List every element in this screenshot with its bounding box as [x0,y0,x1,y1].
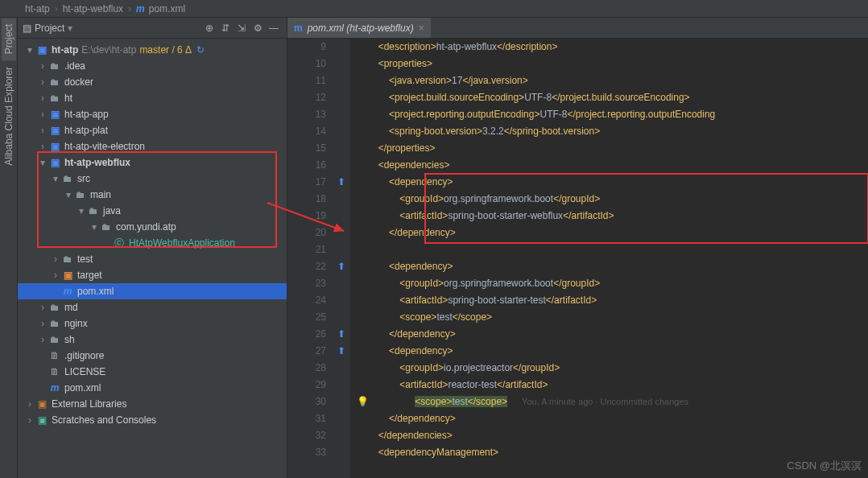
tree-item[interactable]: ▾🖿main [18,187,287,203]
tree-item[interactable]: ›🖿sh [18,332,287,348]
tree-item[interactable]: ›▣ht-atp-plat [18,122,287,138]
refresh-icon[interactable]: ↻ [196,44,205,56]
bc-3[interactable]: pom.xml [149,3,185,14]
gutter-icons: ⬆⬆⬆⬆ [333,39,350,478]
maven-icon: m [136,3,145,14]
tree-icon: 🗎 [48,349,61,362]
project-tree[interactable]: ▾▣ht-atpE:\dev\ht-atpmaster / 6 Δ↻›🖿.ide… [18,39,287,478]
tree-label: .gitignore [64,350,104,361]
expand-arrow-icon[interactable]: ▾ [76,205,87,216]
tree-label: sh [64,334,75,345]
tree-label: External Libraries [52,398,126,410]
chevron-icon: › [128,3,131,14]
tree-item[interactable]: ▾🖿src [18,171,287,187]
tree-label: docker [64,76,93,88]
expand-arrow-icon[interactable]: › [37,141,48,152]
tree-item[interactable]: ▾🖿com.yundi.atp [18,219,287,235]
tree-icon: 🖿 [48,60,61,72]
left-rail: Project Alibaba Cloud Explorer [0,18,18,478]
expand-arrow-icon[interactable]: › [37,93,48,104]
tree-item[interactable]: ▾▣ht-atp-webflux [18,155,287,171]
lightbulb-icon[interactable]: 💡 [357,396,369,407]
tree-label: com.yundi.atp [116,221,176,233]
expand-arrow-icon[interactable]: › [37,109,48,120]
expand-arrow-icon[interactable]: › [37,60,48,72]
tree-icon: 🖿 [61,172,74,185]
gutter-action-icon[interactable]: ⬆ [337,343,345,360]
target-icon[interactable]: ⊕ [201,20,217,36]
sidebar-title[interactable]: Project [35,23,64,34]
expand-arrow-icon[interactable]: › [24,398,35,410]
expand-arrow-icon[interactable]: › [37,334,48,345]
expand-arrow-icon[interactable]: › [37,125,48,136]
tree-item[interactable]: ›🖿ht [18,90,287,106]
expand-arrow-icon[interactable]: › [24,414,35,426]
expand-arrow-icon[interactable]: ▾ [37,157,48,168]
code-editor[interactable]: 9101112131415161718192021222324252627282… [287,39,868,478]
project-sidebar: ▤ Project ▾ ⊕ ⇵ ⇲ ⚙ — ▾▣ht-atpE:\dev\ht-… [18,18,287,478]
expand-arrow-icon[interactable]: ▾ [89,221,100,233]
gutter-action-icon[interactable]: ⬆ [337,174,345,191]
editor-tab[interactable]: m pom.xml (ht-atp-webflux) × [287,18,431,38]
maven-icon: m [294,23,303,34]
tree-label: ht [64,93,72,104]
tree-item[interactable]: ›▣target [18,267,287,283]
tree-item[interactable]: ›▣ht-atp-app [18,106,287,122]
line-gutter: 9101112131415161718192021222324252627282… [287,39,333,478]
tree-item[interactable]: 🗎LICENSE [18,364,287,380]
hide-icon[interactable]: — [266,20,282,36]
tree-icon: 🖿 [48,301,61,314]
settings-icon[interactable]: ⚙ [250,20,266,36]
tree-item[interactable]: ›▣ht-atp-vite-electron [18,138,287,155]
code-content[interactable]: <description>ht-atp-webflux</description… [350,39,868,478]
inline-annotation: You, A minute ago · Uncommitted changes [522,397,688,406]
tree-item[interactable]: mpom.xml [18,283,287,299]
tree-item[interactable]: mpom.xml [18,380,287,396]
tree-icon: 🖿 [48,76,61,89]
tree-icon: m [61,285,74,298]
tree-item[interactable]: ›🖿nginx [18,315,287,332]
tree-label: src [77,173,90,184]
tree-item[interactable]: ›▣External Libraries [18,396,287,412]
expand-arrow-icon[interactable]: ▾ [63,189,74,200]
bc-2[interactable]: ht-atp-webflux [63,3,123,14]
close-icon[interactable]: × [419,23,424,34]
expand-arrow-icon[interactable]: ▾ [50,173,61,184]
tree-item[interactable]: 🗎.gitignore [18,348,287,364]
tree-item[interactable]: ›🖿md [18,299,287,315]
tab-name: pom.xml (ht-atp-webflux) [308,23,414,34]
expand-arrow-icon[interactable]: ▾ [24,44,35,56]
tree-icon: 🖿 [87,204,100,217]
tree-item[interactable]: ›🖿docker [18,74,287,90]
gutter-action-icon[interactable]: ⬆ [337,258,345,275]
tree-icon: ▣ [35,43,48,56]
rail-cloud[interactable]: Alibaba Cloud Explorer [2,60,16,172]
tree-icon: ▣ [48,156,61,169]
expand-arrow-icon[interactable]: › [37,76,48,88]
tree-item[interactable]: ›🖿test [18,251,287,267]
expand-arrow-icon[interactable]: › [37,302,48,313]
expand-arrow-icon[interactable]: › [50,253,61,265]
tree-icon: 🗎 [48,365,61,378]
collapse-icon[interactable]: ⇲ [234,20,250,36]
tree-icon: 🖿 [48,317,61,330]
dropdown-icon[interactable]: ▾ [68,23,72,34]
expand-arrow-icon[interactable]: › [37,318,48,329]
rail-project[interactable]: Project [2,18,16,60]
gutter-action-icon[interactable]: ⬆ [337,326,345,343]
bc-1[interactable]: ht-atp [25,3,50,14]
tree-item[interactable]: ▾🖿java [18,203,287,219]
tree-item[interactable]: ▾▣ht-atpE:\dev\ht-atpmaster / 6 Δ↻ [18,42,287,58]
tree-icon: ⓒ [113,237,126,249]
tree-label: java [103,205,121,216]
project-icon: ▤ [23,23,31,34]
chevron-icon: › [55,3,58,14]
tree-item[interactable]: ⓒHtAtpWebfluxApplication [18,235,287,251]
expand-icon[interactable]: ⇵ [217,20,234,36]
tree-item[interactable]: ›▣Scratches and Consoles [18,412,287,428]
expand-arrow-icon[interactable]: › [50,270,61,281]
tree-item[interactable]: ›🖿.idea [18,58,287,74]
tree-label: .idea [64,60,85,72]
watermark: CSDN @北溟溟 [787,459,862,473]
editor-tabs: m pom.xml (ht-atp-webflux) × [287,18,868,39]
